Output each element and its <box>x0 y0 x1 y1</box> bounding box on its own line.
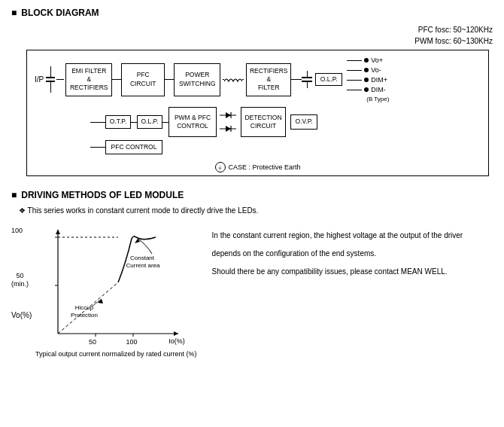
desc-line3: Should there be any compatibility issues… <box>212 266 493 278</box>
svg-text:Current area: Current area <box>126 262 160 269</box>
olp2-block: O.L.P. <box>137 115 162 128</box>
output-section: Vo+ Vo- DIM+ DIM- (B T <box>347 56 389 102</box>
desc-line2: depends on the configuration of the end … <box>212 248 493 260</box>
svg-text:Protection: Protection <box>71 312 98 319</box>
svg-marker-23 <box>174 331 178 336</box>
emi-filter-block: EMI FILTER & RECTIFIERS <box>65 63 112 96</box>
detection-circuit-block: DETECTION CIRCUIT <box>241 107 286 137</box>
svg-marker-4 <box>226 126 231 132</box>
block-diagram-title-text: BLOCK DIAGRAM <box>21 8 99 18</box>
chart-area: 100 50 (min.) Vo(%) <box>11 222 493 358</box>
chart-svg: 50 100 Constant Current area Hicc <box>35 222 186 349</box>
case-label: ⏚ CASE : Protective Earth <box>214 162 300 172</box>
ip-label: I/P <box>35 75 44 84</box>
svg-text:50: 50 <box>89 338 96 346</box>
block-diagram-outer: I/P EMI FILTER & RECTIFIERS <box>26 50 489 176</box>
led-section-title: DRIVING METHODS OF LED MODULE <box>11 190 493 200</box>
earth-symbol: ⏚ <box>214 162 225 172</box>
pfc-freq: PFC fosc: 50~120KHz <box>418 26 493 34</box>
led-title-text: DRIVING METHODS OF LED MODULE <box>21 190 184 200</box>
chart-caption: Typical output current normalized by rat… <box>35 350 197 358</box>
block-diagram-section: BLOCK DIAGRAM PFC fosc: 50~120KHz PWM fo… <box>11 8 493 176</box>
y-axis-100-label: 100 <box>11 227 23 234</box>
rectifiers-filter-block: RECTIFIERS & FILTER <box>246 63 291 96</box>
block-diagram-title: BLOCK DIAGRAM <box>11 8 493 18</box>
inductor-symbol <box>223 75 244 84</box>
vo-plus-label: Vo+ <box>371 56 383 64</box>
pwm-freq: PWM fosc: 60~130KHz <box>414 37 493 45</box>
svg-text:Hiccup: Hiccup <box>75 304 94 311</box>
led-note: This series works in constant current mo… <box>19 206 493 215</box>
svg-text:Io(%): Io(%) <box>169 337 185 345</box>
pfc-control-block: PFC CONTROL <box>105 140 162 154</box>
dim-plus-label: DIM+ <box>371 76 387 84</box>
svg-marker-25 <box>56 230 60 234</box>
freq-info: PFC fosc: 50~120KHz PWM fosc: 60~130KHz <box>11 24 493 47</box>
vo-minus-label: Vo- <box>371 66 381 74</box>
case-text: CASE : Protective Earth <box>228 163 300 171</box>
led-section: DRIVING METHODS OF LED MODULE This serie… <box>11 190 493 358</box>
pwm-pfc-control-block: PWM & PFC CONTROL <box>169 107 217 137</box>
y-axis-50-label: 50 (min.) <box>11 272 29 288</box>
desc-line1: In the constant current region, the high… <box>212 230 493 242</box>
otp-block: O.T.P. <box>105 115 131 128</box>
svg-text:Constant: Constant <box>130 255 155 261</box>
pfc-circuit-block: PFC CIRCUIT <box>121 63 165 96</box>
olp-top-block: O.L.P. <box>315 73 342 86</box>
y-axis-label: Vo(%) <box>11 311 32 319</box>
svg-marker-1 <box>226 112 231 118</box>
dim-minus-label: DIM- <box>371 86 386 93</box>
ovp-block: O.V.P. <box>290 114 317 129</box>
b-type-label: (B Type) <box>366 96 389 102</box>
chart-description: In the constant current region, the high… <box>212 222 493 284</box>
power-switching-block: POWER SWITCHING <box>174 63 220 96</box>
svg-text:100: 100 <box>126 338 137 346</box>
